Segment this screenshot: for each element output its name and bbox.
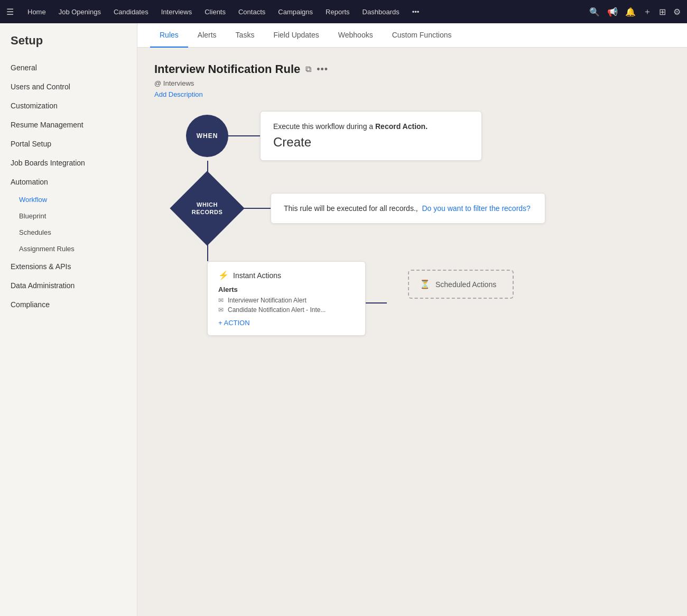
- filter-records-link[interactable]: Do you want to filter the records?: [422, 204, 530, 213]
- nav-reports[interactable]: Reports: [320, 6, 355, 18]
- which-records-card[interactable]: This rule will be executed for all recor…: [271, 193, 545, 224]
- workflow-diagram: WHEN Execute this workflow during a Reco…: [154, 111, 670, 336]
- settings-icon[interactable]: ⚙: [673, 7, 681, 17]
- notification-icon[interactable]: 📢: [607, 7, 618, 17]
- alerts-label: Alerts: [218, 286, 355, 293]
- app-layout: Setup General Users and Control Customiz…: [0, 23, 687, 616]
- sidebar-item-workflow[interactable]: Workflow: [0, 191, 137, 208]
- when-card-text: Execute this workflow during a Record Ac…: [273, 122, 469, 131]
- nav-links: Home Job Openings Candidates Interviews …: [22, 6, 589, 18]
- grid-icon[interactable]: ⊞: [659, 7, 666, 17]
- alert-label-1: Interviewer Notification Alert: [228, 297, 307, 304]
- rule-title-row: Interview Notification Rule ⧉ •••: [154, 62, 670, 76]
- nav-icon-group: 🔍 📢 🔔 ＋ ⊞ ⚙: [589, 6, 681, 17]
- sidebar-title: Setup: [0, 34, 137, 58]
- instant-actions-header: ⚡ Instant Actions: [218, 270, 355, 280]
- main-content: Rules Alerts Tasks Field Updates Webhook…: [137, 23, 687, 616]
- instant-actions-card: ⚡ Instant Actions Alerts ✉ Interviewer N…: [207, 261, 366, 336]
- sidebar-item-customization[interactable]: Customization: [0, 96, 137, 115]
- when-connector-h: [228, 135, 260, 136]
- instant-actions-title: Instant Actions: [233, 271, 281, 280]
- tab-tasks[interactable]: Tasks: [226, 23, 264, 48]
- nav-job-openings[interactable]: Job Openings: [53, 6, 106, 18]
- mail-icon-2: ✉: [218, 306, 224, 314]
- when-card-action: Create: [273, 135, 469, 150]
- sidebar-item-blueprint[interactable]: Blueprint: [0, 208, 137, 224]
- when-card-prefix: Execute this workflow during a: [273, 122, 373, 131]
- bottom-actions-row: ⚡ Instant Actions Alerts ✉ Interviewer N…: [207, 261, 514, 336]
- which-records-node: WHICH RECORDS: [170, 171, 244, 245]
- nav-dashboards[interactable]: Dashboards: [357, 6, 405, 18]
- tab-alerts[interactable]: Alerts: [188, 23, 226, 48]
- add-description-link[interactable]: Add Description: [154, 90, 670, 98]
- when-card-bold: Record Action.: [375, 122, 428, 131]
- nav-home[interactable]: Home: [22, 6, 51, 18]
- sidebar: Setup General Users and Control Customiz…: [0, 23, 137, 616]
- when-node-row: WHEN Execute this workflow during a Reco…: [186, 111, 482, 161]
- nav-more[interactable]: •••: [407, 6, 425, 18]
- sidebar-item-extensions-apis[interactable]: Extensions & APIs: [0, 257, 137, 276]
- hamburger-icon[interactable]: ☰: [6, 7, 14, 17]
- tab-field-updates[interactable]: Field Updates: [264, 23, 328, 48]
- lightning-icon: ⚡: [218, 270, 229, 280]
- which-card-text: This rule will be executed for all recor…: [284, 204, 532, 213]
- alert-label-2: Candidate Notification Alert - Inte...: [228, 306, 326, 314]
- scheduled-actions-card[interactable]: ⏳ Scheduled Actions: [408, 270, 514, 299]
- alerts-section: Alerts ✉ Interviewer Notification Alert …: [218, 286, 355, 314]
- sidebar-item-data-administration[interactable]: Data Administration: [0, 276, 137, 295]
- more-options-icon[interactable]: •••: [317, 64, 328, 75]
- sidebar-item-automation[interactable]: Automation: [0, 172, 137, 191]
- bell-icon[interactable]: 🔔: [625, 7, 636, 17]
- nav-campaigns[interactable]: Campaigns: [273, 6, 318, 18]
- nav-interviews[interactable]: Interviews: [156, 6, 198, 18]
- hourglass-icon: ⏳: [420, 279, 430, 289]
- mail-icon-1: ✉: [218, 297, 224, 304]
- sidebar-item-assignment-rules[interactable]: Assignment Rules: [0, 241, 137, 257]
- alert-item-2[interactable]: ✉ Candidate Notification Alert - Inte...: [218, 306, 355, 314]
- tab-custom-functions[interactable]: Custom Functions: [383, 23, 461, 48]
- sidebar-item-schedules[interactable]: Schedules: [0, 224, 137, 241]
- h-connector-bottom: [366, 302, 387, 304]
- scheduled-actions-title: Scheduled Actions: [435, 280, 496, 289]
- which-records-label: WHICH RECORDS: [192, 201, 223, 216]
- nav-contacts[interactable]: Contacts: [233, 6, 271, 18]
- sidebar-item-users-and-control[interactable]: Users and Control: [0, 77, 137, 96]
- rule-title: Interview Notification Rule: [154, 62, 300, 76]
- nav-clients[interactable]: Clients: [199, 6, 231, 18]
- add-action-button[interactable]: + ACTION: [218, 319, 355, 327]
- when-action-card[interactable]: Execute this workflow during a Record Ac…: [260, 111, 482, 161]
- when-node: WHEN: [186, 115, 228, 157]
- top-navigation: ☰ Home Job Openings Candidates Interview…: [0, 0, 687, 23]
- plus-icon[interactable]: ＋: [643, 6, 652, 17]
- sidebar-item-resume-management[interactable]: Resume Management: [0, 115, 137, 134]
- tab-webhooks[interactable]: Webhooks: [329, 23, 383, 48]
- search-icon[interactable]: 🔍: [589, 7, 600, 17]
- alert-item-1[interactable]: ✉ Interviewer Notification Alert: [218, 297, 355, 304]
- content-area: Interview Notification Rule ⧉ ••• @ Inte…: [137, 48, 687, 351]
- sidebar-item-job-boards[interactable]: Job Boards Integration: [0, 153, 137, 172]
- nav-candidates[interactable]: Candidates: [108, 6, 154, 18]
- tabs-bar: Rules Alerts Tasks Field Updates Webhook…: [137, 23, 687, 48]
- copy-icon[interactable]: ⧉: [305, 65, 311, 74]
- rule-subtitle: @ Interviews: [154, 79, 670, 87]
- sidebar-item-compliance[interactable]: Compliance: [0, 295, 137, 314]
- sidebar-item-portal-setup[interactable]: Portal Setup: [0, 134, 137, 153]
- tab-rules[interactable]: Rules: [150, 23, 188, 48]
- rule-header: Interview Notification Rule ⧉ ••• @ Inte…: [154, 62, 670, 98]
- sidebar-item-general[interactable]: General: [0, 58, 137, 77]
- which-records-row: WHICH RECORDS This rule will be executed…: [181, 182, 545, 235]
